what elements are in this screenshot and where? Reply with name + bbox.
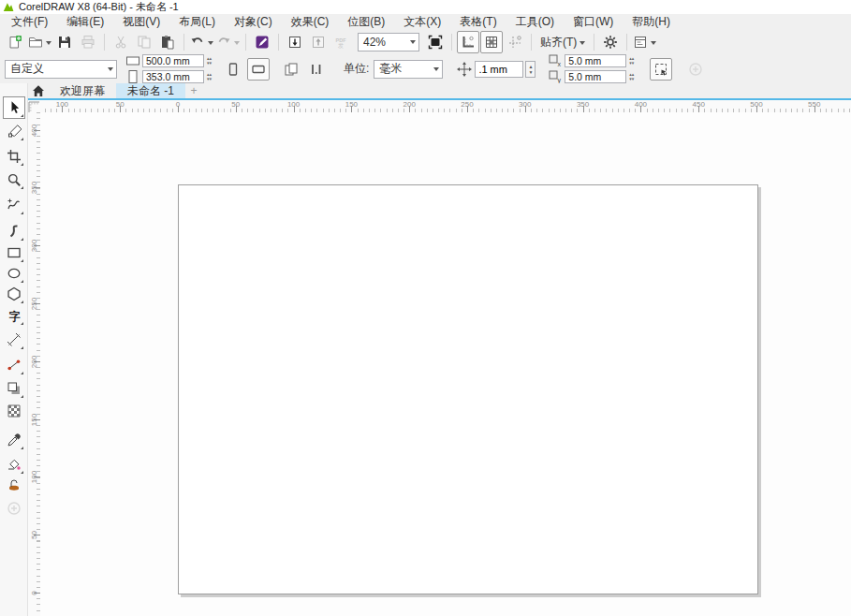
- v-ruler-label: 100: [30, 463, 38, 491]
- page-height-input[interactable]: [142, 70, 204, 83]
- welcome-screen-button[interactable]: [251, 31, 273, 53]
- nudge-stepper[interactable]: ▲▼: [525, 61, 536, 78]
- menu-item-1[interactable]: 文件(F): [2, 14, 57, 30]
- drawing-canvas[interactable]: [40, 112, 851, 616]
- show-rulers-button[interactable]: [457, 31, 479, 53]
- pick-tool[interactable]: [3, 96, 25, 119]
- zoom-tool[interactable]: [3, 169, 25, 191]
- save-button[interactable]: [53, 31, 76, 53]
- crop-icon: [7, 149, 22, 164]
- duplicate-x-input[interactable]: [565, 54, 626, 67]
- import-button[interactable]: [284, 31, 306, 53]
- nudge-distance-input[interactable]: [475, 61, 523, 78]
- artistic-media-tool[interactable]: [3, 220, 25, 242]
- document-page[interactable]: [178, 184, 758, 594]
- connector-tool[interactable]: [3, 354, 25, 376]
- chevron-down-icon: [580, 41, 585, 48]
- launcher-icon: [633, 35, 648, 50]
- duplicate-y-stepper[interactable]: ▴▴▾▾: [629, 72, 634, 81]
- treat-as-filled-icon: [653, 62, 668, 77]
- page-width-input[interactable]: [142, 54, 204, 67]
- menu-item-3[interactable]: 视图(V): [113, 14, 169, 30]
- landscape-orientation-button[interactable]: [247, 58, 270, 81]
- menu-item-2[interactable]: 编辑(E): [57, 14, 113, 30]
- parallel-dimension-tool[interactable]: [3, 329, 25, 351]
- interactive-fill-tool[interactable]: [3, 453, 25, 476]
- color-eyedropper-tool[interactable]: [3, 429, 25, 451]
- export-button: [307, 31, 330, 53]
- fullscreen-preview-button[interactable]: [424, 31, 447, 53]
- menu-item-11[interactable]: 窗口(W): [564, 14, 623, 30]
- portrait-orientation-button[interactable]: [222, 58, 244, 81]
- menu-item-5[interactable]: 对象(C): [225, 14, 282, 30]
- undo-button[interactable]: [189, 31, 214, 53]
- home-tab-button[interactable]: [28, 83, 49, 98]
- options-button[interactable]: [599, 31, 622, 53]
- h-ruler-label: 0: [176, 100, 180, 109]
- dimension-icon: [7, 332, 22, 347]
- print-button: [77, 31, 99, 53]
- menu-item-8[interactable]: 文本(X): [394, 14, 450, 30]
- page-preset-select[interactable]: 自定义: [5, 60, 117, 79]
- menu-item-4[interactable]: 布局(L): [169, 14, 225, 30]
- duplicate-y-input[interactable]: [565, 70, 626, 83]
- zoom-level-select[interactable]: 42%: [358, 33, 419, 51]
- page-height-stepper[interactable]: ▴▴▾▾: [207, 72, 212, 81]
- duplicate-x-stepper[interactable]: ▴▴▾▾: [629, 56, 634, 66]
- text-tool[interactable]: 字: [3, 304, 25, 327]
- svg-text:发: 发: [338, 42, 344, 49]
- fill-icon: [7, 457, 22, 472]
- crop-tool[interactable]: [3, 145, 25, 168]
- ruler-origin-corner[interactable]: [27, 100, 41, 113]
- zoom-glass-icon: [7, 172, 22, 187]
- apply-size-current-page-button[interactable]: [305, 58, 328, 81]
- treat-as-filled-button[interactable]: [650, 58, 672, 81]
- show-grid-button[interactable]: [480, 31, 503, 53]
- toolbar-separator: [626, 34, 627, 51]
- tab-untitled-1[interactable]: 未命名 -1: [116, 83, 185, 98]
- h-ruler-label: 50: [231, 100, 240, 109]
- add-tools-button: [3, 497, 25, 520]
- menu-item-12[interactable]: 帮助(H): [623, 14, 680, 30]
- all-pages-icon: [284, 62, 299, 77]
- page-width-stepper[interactable]: ▴▴▾▾: [207, 56, 212, 66]
- menu-item-6[interactable]: 效果(C): [282, 14, 339, 30]
- pdf-icon: PDF发: [334, 35, 349, 50]
- v-ruler-label: 0: [30, 579, 38, 608]
- drop-shadow-tool[interactable]: [3, 377, 25, 400]
- units-select[interactable]: 毫米: [374, 60, 443, 79]
- ellipse-tool[interactable]: [3, 262, 25, 285]
- menu-item-10[interactable]: 工具(O): [506, 14, 564, 30]
- import-icon: [287, 35, 302, 50]
- doc-new-icon: [7, 35, 22, 50]
- new-document-button[interactable]: [4, 31, 26, 53]
- vertical-ruler[interactable]: 400350300250200150100500: [27, 112, 41, 616]
- v-ruler-label: 300: [30, 232, 38, 260]
- apply-size-all-pages-button[interactable]: [280, 58, 302, 81]
- paste-button[interactable]: [156, 31, 179, 53]
- v-ruler-label: 350: [30, 174, 38, 202]
- rectangle-tool[interactable]: [3, 242, 25, 264]
- menu-item-9[interactable]: 表格(T): [450, 14, 506, 30]
- freehand-tool[interactable]: [3, 194, 25, 216]
- h-ruler-label: 100: [56, 100, 68, 109]
- shape-tool[interactable]: [3, 120, 25, 142]
- open-button[interactable]: [27, 31, 52, 53]
- guides-icon-icon: [507, 35, 522, 50]
- h-ruler-label: 400: [635, 100, 647, 109]
- show-guidelines-button[interactable]: [504, 31, 526, 53]
- shape-icon: [7, 124, 22, 139]
- toolbar-separator: [594, 34, 594, 51]
- polygon-tool[interactable]: [3, 283, 25, 305]
- horizontal-ruler[interactable]: 10050050100150200250300350400450500550: [40, 100, 851, 113]
- chevron-down-icon: [651, 41, 656, 48]
- smart-fill-tool[interactable]: [3, 474, 25, 496]
- application-launcher-button[interactable]: [632, 31, 657, 53]
- tab-welcome-screen[interactable]: 欢迎屏幕: [49, 83, 116, 98]
- menu-item-7[interactable]: 位图(B): [338, 14, 394, 30]
- welcome-icon: [255, 35, 270, 50]
- transparency-tool[interactable]: [3, 400, 25, 422]
- snap-to-menu-button[interactable]: 贴齐(T): [536, 32, 589, 52]
- new-document-tab-button[interactable]: +: [185, 83, 202, 98]
- tab-label: 欢迎屏幕: [60, 83, 105, 99]
